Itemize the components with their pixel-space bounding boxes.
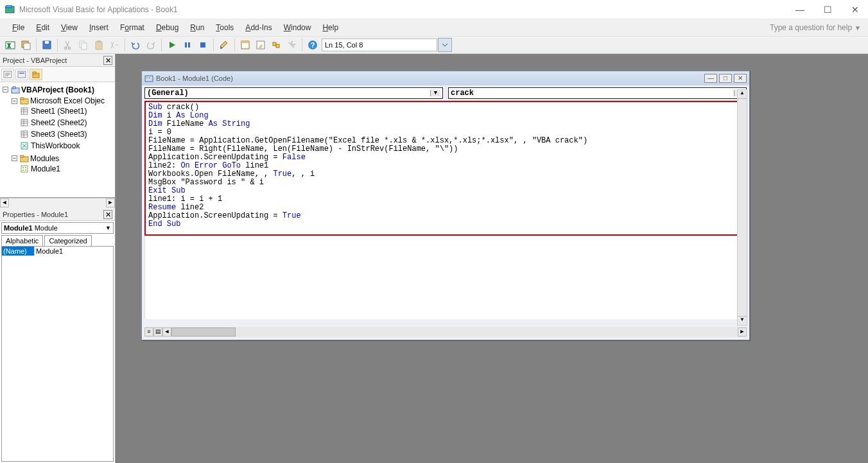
- menu-addins[interactable]: Add-Ins: [239, 21, 277, 34]
- tree-sheet3[interactable]: Sheet3 (Sheet3): [31, 129, 87, 139]
- svg-rect-18: [241, 41, 249, 43]
- properties-pane-header: Properties - Module1 ✕: [0, 208, 115, 221]
- properties-pane-close-icon[interactable]: ✕: [103, 210, 112, 219]
- code-window-maximize-icon[interactable]: □: [719, 74, 732, 83]
- help-search-box[interactable]: Type a question for help▼: [765, 21, 865, 34]
- break-icon[interactable]: [180, 38, 195, 52]
- redo-icon[interactable]: [144, 38, 158, 52]
- svg-point-40: [22, 167, 24, 168]
- menu-window[interactable]: Window: [278, 21, 317, 34]
- view-code-icon[interactable]: [1, 69, 14, 80]
- properties-pane-title: Properties - Module1: [3, 211, 68, 218]
- code-window-minimize-icon[interactable]: —: [704, 74, 717, 83]
- copy-icon[interactable]: [76, 38, 91, 52]
- maximize-button[interactable]: ☐: [820, 3, 836, 16]
- menu-view[interactable]: View: [55, 21, 83, 34]
- code-editor-empty-area[interactable]: [144, 236, 747, 319]
- minimize-button[interactable]: —: [792, 3, 808, 16]
- svg-rect-39: [21, 166, 28, 172]
- svg-rect-34: [21, 119, 28, 126]
- tree-thisworkbook[interactable]: ThisWorkbook: [31, 141, 80, 151]
- code-editor[interactable]: Sub crack() Dim i As Long Dim FileName A…: [144, 101, 747, 236]
- cut-icon[interactable]: [61, 38, 75, 52]
- properties-object-selector[interactable]: Module1 Module▼: [1, 222, 114, 234]
- object-browser-icon[interactable]: [269, 38, 283, 52]
- position-dropdown-icon[interactable]: [438, 38, 452, 52]
- code-window-close-icon[interactable]: ✕: [734, 74, 747, 83]
- close-button[interactable]: ✕: [847, 3, 863, 16]
- project-pane-close-icon[interactable]: ✕: [103, 56, 112, 65]
- object-dropdown[interactable]: (General)▼: [144, 87, 443, 99]
- menu-run[interactable]: Run: [184, 21, 210, 34]
- properties-tab-alphabetic[interactable]: Alphabetic: [1, 235, 43, 246]
- toggle-folders-icon[interactable]: [30, 69, 42, 80]
- property-name-key: (Name): [2, 247, 34, 256]
- modules-folder[interactable]: Modules: [30, 153, 59, 164]
- svg-rect-21: [276, 44, 279, 48]
- properties-window-icon[interactable]: [254, 38, 268, 52]
- project-explorer-icon[interactable]: [238, 38, 252, 52]
- find-icon[interactable]: [107, 38, 121, 52]
- tree-sheet2[interactable]: Sheet2 (Sheet2): [31, 118, 87, 128]
- properties-grid[interactable]: (Name) Module1: [1, 246, 114, 462]
- tree-collapse-icon[interactable]: −: [12, 155, 17, 161]
- procedure-dropdown[interactable]: crack▼: [448, 87, 747, 99]
- mdi-client-area: Book1 - Module1 (Code) — □ ✕ (General)▼ …: [116, 54, 868, 463]
- svg-rect-25: [18, 71, 26, 78]
- tree-collapse-icon[interactable]: −: [3, 87, 8, 92]
- vba-project-icon: [11, 86, 20, 94]
- title-bar: Microsoft Visual Basic for Applications …: [0, 0, 868, 19]
- sheet-icon: [21, 130, 30, 138]
- svg-rect-26: [19, 73, 24, 74]
- design-mode-icon[interactable]: [217, 38, 231, 52]
- toolbox-icon[interactable]: [284, 38, 299, 52]
- menu-tools[interactable]: Tools: [210, 21, 239, 34]
- run-icon[interactable]: [165, 38, 179, 52]
- menu-debug[interactable]: Debug: [150, 21, 184, 34]
- view-procedure-icon[interactable]: ≡: [144, 328, 153, 336]
- property-name-value[interactable]: Module1: [34, 247, 113, 256]
- workbook-icon: [21, 142, 30, 150]
- svg-point-45: [146, 77, 148, 78]
- view-excel-icon[interactable]: [3, 38, 17, 52]
- code-vscrollbar[interactable]: ▲▼: [737, 89, 747, 326]
- project-pane-toolbar: [0, 67, 115, 82]
- excel-objects-folder[interactable]: Microsoft Excel Objec: [30, 96, 105, 106]
- svg-rect-6: [45, 41, 49, 44]
- properties-tab-categorized[interactable]: Categorized: [44, 235, 91, 246]
- code-window-titlebar[interactable]: Book1 - Module1 (Code) — □ ✕: [142, 71, 749, 85]
- svg-rect-4: [24, 43, 30, 49]
- paste-icon[interactable]: [92, 38, 106, 52]
- menu-edit[interactable]: Edit: [30, 21, 55, 34]
- svg-rect-35: [21, 131, 28, 137]
- menu-help[interactable]: Help: [317, 21, 344, 34]
- properties-pane: Module1 Module▼ /* fix bold on Module1 o…: [0, 221, 115, 463]
- reset-icon[interactable]: [196, 38, 210, 52]
- project-tree[interactable]: −VBAProject (Book1) −Microsoft Excel Obj…: [0, 82, 115, 198]
- project-tree-hscroll[interactable]: ◄►: [0, 198, 115, 208]
- svg-rect-13: [185, 42, 187, 48]
- view-full-module-icon[interactable]: ▤: [153, 328, 162, 336]
- tree-collapse-icon[interactable]: −: [12, 98, 17, 104]
- svg-rect-38: [21, 155, 24, 157]
- svg-rect-10: [82, 43, 87, 49]
- left-docked-panes: Project - VBAProject ✕ −VBAProject (Book…: [0, 54, 116, 463]
- menu-insert[interactable]: Insert: [83, 21, 114, 34]
- view-object-icon[interactable]: [15, 69, 28, 80]
- tree-sheet1[interactable]: Sheet1 (Sheet1): [31, 106, 87, 116]
- svg-rect-11: [96, 42, 102, 49]
- svg-rect-20: [273, 42, 276, 46]
- menu-bar: File Edit View Insert Format Debug Run T…: [0, 19, 868, 36]
- help-icon[interactable]: ?: [306, 38, 320, 52]
- svg-rect-1: [6, 5, 12, 8]
- undo-icon[interactable]: [128, 38, 143, 52]
- code-hscrollbar[interactable]: ≡ ▤ ◄►: [144, 327, 747, 337]
- insert-userform-icon[interactable]: [19, 38, 33, 52]
- tree-module1[interactable]: Module1: [31, 164, 60, 174]
- menu-format[interactable]: Format: [114, 21, 150, 34]
- save-icon[interactable]: [40, 38, 54, 52]
- project-root[interactable]: VBAProject (Book1): [21, 85, 94, 95]
- code-window: Book1 - Module1 (Code) — □ ✕ (General)▼ …: [141, 71, 750, 340]
- code-window-icon: [144, 74, 153, 83]
- menu-file[interactable]: File: [6, 21, 30, 34]
